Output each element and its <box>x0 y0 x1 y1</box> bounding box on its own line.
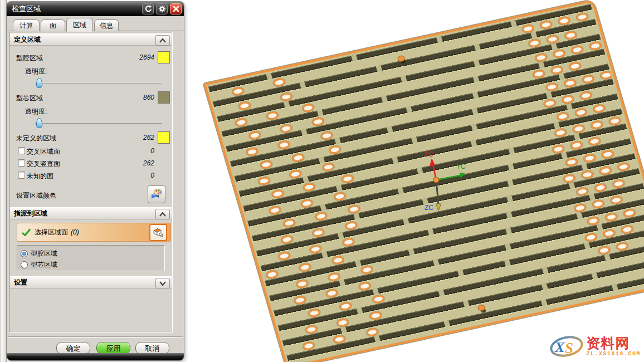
watermark: X S 资料网 ZL.XS1616.COM <box>549 334 641 359</box>
crossover-vertical-faces-label: 交叉竖直面 <box>27 159 60 169</box>
undefined-color-swatch[interactable] <box>158 131 170 144</box>
plate-hole <box>565 157 579 167</box>
plate-hole <box>272 77 286 87</box>
wcs-triad[interactable]: XC YC ZC <box>409 142 476 217</box>
undefined-region-label: 未定义的区域 <box>16 134 56 143</box>
plate-hole <box>617 162 631 172</box>
plate-hole <box>543 99 557 109</box>
plate-hole <box>580 170 594 180</box>
slot-break <box>604 254 611 261</box>
checkbox-crossover-vertical-faces[interactable] <box>18 159 25 167</box>
slot-break <box>592 272 598 280</box>
set-region-color-button[interactable] <box>148 185 165 203</box>
slot-break <box>530 32 537 39</box>
dialog-title: 检查区域 <box>7 4 142 14</box>
plate-hole <box>333 192 347 202</box>
slot-break <box>541 299 548 306</box>
plate-hole <box>289 169 303 179</box>
core-face-count: 860 <box>143 94 154 101</box>
plate-pin <box>397 55 406 62</box>
plate-hole <box>594 183 608 193</box>
assign-region-title: 指派到区域 <box>14 209 47 218</box>
radio-button[interactable] <box>21 250 28 257</box>
slot-break <box>436 36 443 43</box>
checkbox-unknown-faces[interactable] <box>18 172 25 179</box>
radio-button[interactable] <box>21 261 28 268</box>
apply-button[interactable]: 应用 <box>96 342 130 354</box>
slot-break <box>569 182 575 189</box>
ok-button[interactable]: 确定 <box>56 342 90 354</box>
section-settings-header[interactable]: 设置 <box>10 276 172 288</box>
tab-calculate[interactable]: 计算 <box>13 19 40 31</box>
reset-button[interactable] <box>142 3 154 14</box>
cancel-button[interactable]: 取消 <box>135 342 169 354</box>
core-transparency-slider[interactable] <box>35 118 162 128</box>
slot-break <box>551 43 558 50</box>
slot-break <box>266 73 272 80</box>
dialog-title-bar[interactable]: 检查区域 <box>7 2 184 16</box>
collapse-define-region-button[interactable] <box>155 35 170 46</box>
slot-break <box>505 243 511 251</box>
xs-logo: X S <box>549 334 584 359</box>
slot-break <box>392 157 399 164</box>
footer-separator <box>8 336 183 337</box>
plate-hole <box>291 153 305 163</box>
slot-break <box>561 152 568 159</box>
section-assign-region-header[interactable]: 指派到区域 <box>10 207 172 219</box>
collapse-assign-region-button[interactable] <box>155 209 170 219</box>
plate-hole <box>575 187 589 197</box>
region-type-radio-group: 型腔区域 型芯区域 <box>17 245 165 271</box>
cavity-transparency-slider[interactable] <box>35 78 162 88</box>
expand-settings-button[interactable] <box>155 278 170 288</box>
slot-break <box>321 251 328 258</box>
reset-icon <box>144 5 152 13</box>
slot-break <box>299 81 306 89</box>
core-color-swatch[interactable] <box>158 91 170 104</box>
section-define-region-header[interactable]: 定义区域 <box>10 33 172 46</box>
radio-cavity-region[interactable]: 型腔区域 <box>21 248 57 258</box>
plate-hole <box>556 111 570 121</box>
slot-break <box>339 280 345 287</box>
dialog-bottom-grip[interactable] <box>7 353 184 360</box>
select-region-faces-row[interactable]: 选择区域面 (0) <box>17 223 171 242</box>
plate-hole <box>579 91 593 101</box>
slot-break <box>355 260 362 267</box>
plate-hole <box>341 237 355 247</box>
tab-face[interactable]: 面 <box>41 19 65 31</box>
dialog-settings-button[interactable] <box>156 3 168 14</box>
undefined-face-count: 262 <box>143 134 154 141</box>
tab-region[interactable]: 区域 <box>66 18 93 32</box>
checkbox-crossover-region-faces[interactable] <box>18 147 25 154</box>
plate-hole <box>616 242 630 252</box>
cavity-color-swatch[interactable] <box>158 51 170 63</box>
chevron-down-icon <box>159 281 166 286</box>
slot-break <box>471 124 478 131</box>
wcs-origin-ball[interactable] <box>433 177 439 183</box>
slot-break <box>541 283 548 291</box>
plate-hole <box>532 69 546 79</box>
slot-break <box>406 106 412 114</box>
slot-break <box>474 44 481 51</box>
plate-hole <box>554 128 568 138</box>
define-region-title: 定义区域 <box>14 35 41 45</box>
radio-cavity-label: 型腔区域 <box>31 249 57 258</box>
plate-hole <box>599 70 613 80</box>
plate-hole <box>623 208 637 218</box>
plate-hole <box>277 251 291 261</box>
slider-thumb[interactable] <box>36 78 42 88</box>
plate-hole <box>584 232 598 242</box>
radio-core-region[interactable]: 型芯区域 <box>21 260 57 270</box>
close-button[interactable] <box>170 3 182 14</box>
slot-break <box>338 232 344 239</box>
tab-info[interactable]: 信息 <box>94 19 119 31</box>
watermark-site-name: 资料网 <box>586 336 641 350</box>
slot-break <box>474 60 480 67</box>
watermark-site-url: ZL.XS1616.COM <box>586 351 641 357</box>
slider-thumb[interactable] <box>36 118 42 128</box>
plate-hole <box>369 311 383 321</box>
plate-hole <box>573 203 587 213</box>
plate-hole <box>341 174 355 184</box>
plate-hole <box>328 145 342 155</box>
slot-break <box>403 218 409 225</box>
select-face-button[interactable] <box>149 224 167 241</box>
